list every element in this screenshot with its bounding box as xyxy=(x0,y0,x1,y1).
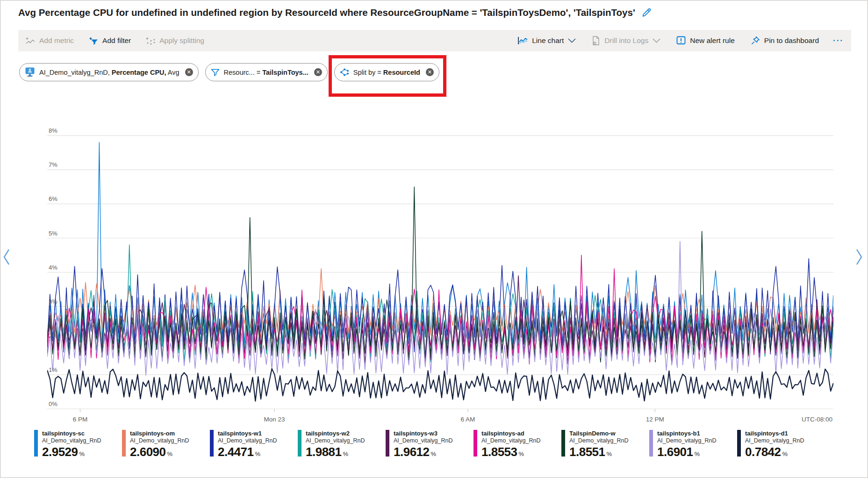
alert-icon xyxy=(676,36,686,45)
filter-value: TailspinToys... xyxy=(262,69,308,76)
legend-resource-name: AI_Demo_vitalyg_RnD xyxy=(130,437,189,445)
legend-avg-value: 2.6090% xyxy=(130,445,189,459)
legend-color-bar xyxy=(298,430,301,457)
legend-item-tailspintoys-ad[interactable]: tailspintoys-adAI_Demo_vitalyg_RnD1.8553… xyxy=(473,430,561,458)
drill-into-logs-dropdown[interactable]: Drill into Logs xyxy=(592,36,660,45)
legend-avg-value: 0.7842% xyxy=(745,445,804,459)
remove-metric-button[interactable]: ✕ xyxy=(185,68,193,76)
legend-texts: tailspintoys-b1AI_Demo_vitalyg_RnD1.6901… xyxy=(657,430,716,458)
legend-series-name: TailspinDemo-w xyxy=(569,430,628,437)
legend-unit: % xyxy=(782,450,788,457)
filter-funnel-icon xyxy=(211,69,220,76)
legend-series-name: tailspintoys-d1 xyxy=(745,430,804,437)
add-metric-label: Add metric xyxy=(39,36,74,45)
chart-plot-svg: 0%1%2%3%4%5%6%7%8%6 PMMon 236 AM12 PMUTC… xyxy=(47,101,833,434)
legend-unit: % xyxy=(695,450,700,457)
legend-texts: tailspintoys-w2AI_Demo_vitalyg_RnD1.9881… xyxy=(306,430,365,458)
add-filter-label: Add filter xyxy=(102,36,131,45)
new-alert-rule-button[interactable]: New alert rule xyxy=(676,36,735,45)
previous-chart-button[interactable] xyxy=(2,248,11,268)
svg-text:12 PM: 12 PM xyxy=(646,416,664,423)
legend-unit: % xyxy=(519,450,524,457)
legend-item-tailspintoys-om[interactable]: tailspintoys-omAI_Demo_vitalyg_RnD2.6090… xyxy=(122,430,210,458)
pin-icon xyxy=(751,36,760,45)
add-metric-button[interactable]: Add metric xyxy=(26,36,74,45)
legend-resource-name: AI_Demo_vitalyg_RnD xyxy=(569,437,628,445)
legend-resource-name: AI_Demo_vitalyg_RnD xyxy=(745,437,804,445)
legend-avg-value: 1.8551% xyxy=(569,445,628,459)
chevron-down-icon xyxy=(568,38,576,43)
split-value: ResourceId xyxy=(383,69,420,76)
legend-item-tailspintoys-w1[interactable]: tailspintoys-w1AI_Demo_vitalyg_RnD2.4471… xyxy=(210,430,298,458)
chevron-down-icon xyxy=(653,38,660,43)
legend-series-name: tailspintoys-ad xyxy=(481,430,540,437)
legend-avg-value: 1.6901% xyxy=(657,445,716,459)
apply-splitting-label: Apply splitting xyxy=(159,36,204,45)
legend-color-bar xyxy=(34,430,38,457)
legend-resource-name: AI_Demo_vitalyg_RnD xyxy=(218,437,277,445)
line-chart-icon xyxy=(517,36,528,45)
metrics-explorer-window: Avg Percentage CPU for undefined in unde… xyxy=(0,0,868,478)
legend-avg-value: 1.9612% xyxy=(394,445,452,459)
filter-pill[interactable]: Resourc... = TailspinToys... ✕ xyxy=(205,63,328,81)
apply-splitting-button[interactable]: Apply splitting xyxy=(146,36,204,45)
legend-color-bar xyxy=(561,430,565,457)
legend-series-name: tailspintoys-w3 xyxy=(394,430,452,437)
legend-color-bar xyxy=(737,430,741,457)
edit-title-button[interactable] xyxy=(641,7,652,18)
page-title: Avg Percentage CPU for undefined in unde… xyxy=(18,7,652,18)
remove-filter-button[interactable]: ✕ xyxy=(314,68,322,76)
svg-text:2%: 2% xyxy=(49,332,57,339)
svg-text:Mon 23: Mon 23 xyxy=(264,416,285,423)
legend-item-tailspintoys-sc[interactable]: tailspintoys-scAI_Demo_vitalyg_RnD2.9529… xyxy=(34,430,122,458)
svg-text:1%: 1% xyxy=(49,366,57,373)
line-chart-canvas[interactable]: 0%1%2%3%4%5%6%7%8%6 PMMon 236 AM12 PMUTC… xyxy=(47,101,833,434)
legend-texts: tailspintoys-d1AI_Demo_vitalyg_RnD0.7842… xyxy=(745,430,804,458)
metric-pill[interactable]: AI_Demo_vitalyg_RnD, Percentage CPU, Avg… xyxy=(19,63,199,81)
legend-item-tailspintoys-w2[interactable]: tailspintoys-w2AI_Demo_vitalyg_RnD1.9881… xyxy=(298,430,386,458)
metric-aggregation: Avg xyxy=(168,69,179,76)
legend-unit: % xyxy=(167,450,172,457)
resource-monitor-icon xyxy=(25,67,35,77)
legend-series-name: tailspintoys-w1 xyxy=(218,430,277,437)
legend-texts: tailspintoys-omAI_Demo_vitalyg_RnD2.6090… xyxy=(130,430,189,458)
pin-to-dashboard-button[interactable]: Pin to dashboard xyxy=(751,36,819,45)
legend-texts: tailspintoys-w3AI_Demo_vitalyg_RnD1.9612… xyxy=(394,430,452,458)
metric-pill-text: AI_Demo_vitalyg_RnD, Percentage CPU, Avg xyxy=(39,69,179,76)
legend-unit: % xyxy=(607,450,612,457)
next-chart-button[interactable] xyxy=(855,248,863,268)
legend-item-tailspintoys-d1[interactable]: tailspintoys-d1AI_Demo_vitalyg_RnD0.7842… xyxy=(737,430,825,458)
drill-into-logs-label: Drill into Logs xyxy=(604,36,648,45)
legend-item-tailspintoys-w3[interactable]: tailspintoys-w3AI_Demo_vitalyg_RnD1.9612… xyxy=(386,430,473,458)
legend-item-tailspintoys-b1[interactable]: tailspintoys-b1AI_Demo_vitalyg_RnD1.6901… xyxy=(649,430,737,458)
legend-item-TailspinDemo-w[interactable]: TailspinDemo-wAI_Demo_vitalyg_RnD1.8551% xyxy=(561,430,649,458)
remove-split-button[interactable]: ✕ xyxy=(426,68,434,76)
legend-color-bar xyxy=(649,430,653,457)
split-by-pill[interactable]: Split by = ResourceId ✕ xyxy=(334,63,439,81)
chart-type-dropdown[interactable]: Line chart xyxy=(517,36,576,45)
more-options-button[interactable]: ··· xyxy=(833,36,844,45)
svg-text:4%: 4% xyxy=(49,264,57,271)
legend-resource-name: AI_Demo_vitalyg_RnD xyxy=(394,437,452,445)
filter-operator: = xyxy=(257,69,260,76)
svg-text:6%: 6% xyxy=(49,195,57,202)
toolbar-right-group: Line chart Drill into Logs New alert xyxy=(502,36,844,45)
svg-text:7%: 7% xyxy=(49,161,57,168)
svg-text:5%: 5% xyxy=(49,230,57,237)
filter-pill-text: Resourc... = TailspinToys... xyxy=(224,69,308,76)
split-label: Split by xyxy=(353,69,376,76)
metric-name: Percentage CPU, xyxy=(112,69,166,76)
legend-avg-value: 1.9881% xyxy=(306,445,365,459)
legend-resource-name: AI_Demo_vitalyg_RnD xyxy=(657,437,716,445)
svg-text:UTC-08:00: UTC-08:00 xyxy=(802,416,832,423)
chevron-right-icon xyxy=(855,248,863,266)
add-filter-icon xyxy=(89,37,98,45)
add-filter-button[interactable]: Add filter xyxy=(89,36,131,45)
legend-texts: tailspintoys-adAI_Demo_vitalyg_RnD1.8553… xyxy=(481,430,540,458)
legend-series-name: tailspintoys-w2 xyxy=(306,430,365,437)
legend-color-bar xyxy=(210,430,214,457)
legend-series-name: tailspintoys-sc xyxy=(42,430,101,437)
split-by-icon xyxy=(340,68,349,76)
legend-resource-name: AI_Demo_vitalyg_RnD xyxy=(306,437,365,445)
svg-text:0%: 0% xyxy=(49,400,57,407)
